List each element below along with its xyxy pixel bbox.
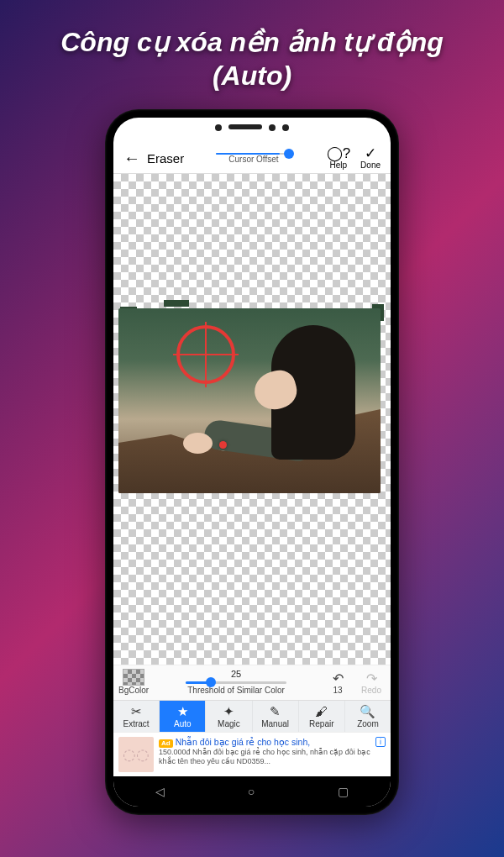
- help-icon: ◯?: [327, 146, 350, 160]
- threshold-toolbar: BgColor 25 Threshold of Similar Color ↶ …: [113, 665, 391, 700]
- phone-sensors: [105, 124, 399, 131]
- ad-info-button[interactable]: i: [375, 737, 386, 747]
- subject-image[interactable]: [118, 308, 381, 493]
- pencil-icon: ✎: [270, 705, 281, 718]
- ad-thumbnail: ◌◌: [118, 737, 154, 772]
- magnifier-icon: 🔍: [360, 705, 375, 718]
- threshold-slider[interactable]: 25 Threshold of Similar Color: [154, 669, 318, 695]
- threshold-label: Threshold of Similar Color: [187, 686, 285, 695]
- redo-icon: ↷: [366, 672, 377, 686]
- nav-home-button[interactable]: ○: [248, 785, 255, 798]
- image-fragment: [164, 300, 189, 307]
- app-screen: ← Eraser Cursor Offset ◯? Help ✓ Done: [113, 118, 391, 807]
- help-button[interactable]: ◯? Help: [323, 146, 354, 170]
- tool-auto[interactable]: ★ Auto: [160, 701, 206, 732]
- tool-extract[interactable]: ✂ Extract: [113, 701, 160, 732]
- undo-count: 13: [333, 686, 342, 695]
- arrow-left-icon: ←: [123, 149, 140, 167]
- star-icon: ★: [177, 705, 188, 718]
- slider-thumb-icon[interactable]: [284, 149, 294, 159]
- ad-title: AdNhẫn đôi bạc giá rẻ cho học sinh,: [159, 737, 370, 748]
- editing-canvas[interactable]: [113, 174, 391, 665]
- crosshair-icon: [176, 325, 235, 384]
- screen-title: Eraser: [147, 151, 184, 166]
- slider-thumb-icon[interactable]: [206, 677, 216, 687]
- tool-tabs: ✂ Extract ★ Auto ✦ Magic ✎ Manual 🖌 Repa…: [113, 700, 391, 732]
- cursor-offset-label: Cursor Offset: [228, 155, 278, 164]
- undo-button[interactable]: ↶ 13: [323, 672, 352, 695]
- bgcolor-button[interactable]: BgColor: [118, 669, 149, 695]
- threshold-value: 25: [231, 669, 241, 679]
- transparency-swatch-icon: [123, 669, 144, 686]
- ad-badge: Ad: [159, 739, 173, 748]
- done-button[interactable]: ✓ Done: [357, 146, 384, 170]
- back-button[interactable]: ←: [120, 149, 144, 168]
- brush-icon: 🖌: [315, 705, 328, 718]
- wand-icon: ✦: [223, 705, 234, 718]
- redo-button: ↷ Redo: [357, 672, 386, 695]
- phone-frame: ← Eraser Cursor Offset ◯? Help ✓ Done: [105, 109, 399, 815]
- scissors-icon: ✂: [131, 705, 142, 718]
- check-icon: ✓: [365, 146, 376, 160]
- promo-title: Công cụ xóa nền ảnh tự động (Auto): [0, 0, 504, 101]
- cursor-dot-icon: [219, 441, 227, 449]
- tool-manual[interactable]: ✎ Manual: [253, 701, 299, 732]
- nav-back-button[interactable]: ◁: [155, 785, 165, 798]
- tool-magic[interactable]: ✦ Magic: [206, 701, 252, 732]
- nav-recents-button[interactable]: ▢: [338, 785, 349, 798]
- android-nav-bar: ◁ ○ ▢: [113, 776, 391, 807]
- top-toolbar: ← Eraser Cursor Offset ◯? Help ✓ Done: [113, 143, 391, 174]
- cursor-offset-slider[interactable]: Cursor Offset: [187, 153, 319, 164]
- ad-banner[interactable]: ◌◌ AdNhẫn đôi bạc giá rẻ cho học sinh, 1…: [113, 732, 391, 776]
- ad-description: 150.000đ Nhẫn đôi bạc giá rẻ cho học sin…: [159, 748, 370, 767]
- tool-zoom[interactable]: 🔍 Zoom: [345, 701, 391, 732]
- undo-icon: ↶: [333, 672, 344, 686]
- tool-repair[interactable]: 🖌 Repair: [299, 701, 345, 732]
